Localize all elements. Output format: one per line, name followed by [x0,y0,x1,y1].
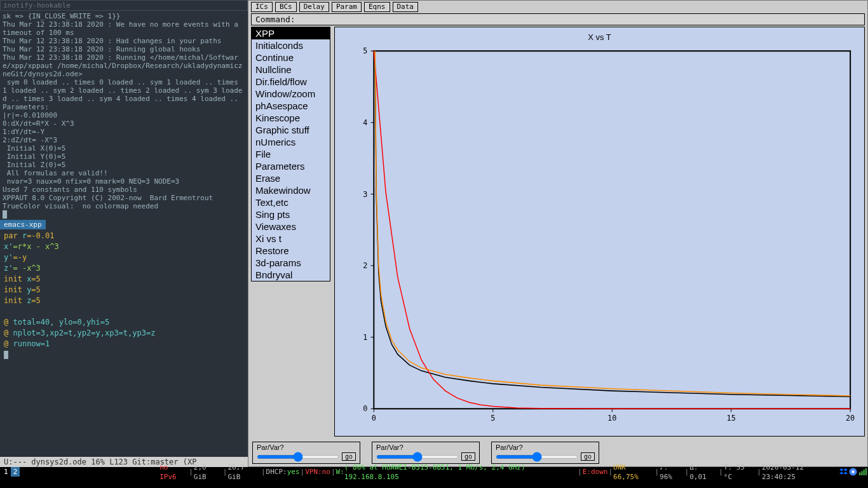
emacs-tab[interactable]: emacs-xpp [0,220,46,229]
svg-text:0: 0 [372,414,376,423]
status-vpn-value: no [322,467,330,477]
plot-title: X vs T [342,32,857,44]
status-wifi-value: ( 86% at HUAWEI-B315-6B51, 1 Mb/s, 2,4 G… [344,463,577,482]
menu-parameters[interactable]: Parameters [252,160,330,172]
menu-initialconds[interactable]: Initialconds [252,39,330,51]
menu-phasespace[interactable]: phAsespace [252,100,330,112]
svg-text:4: 4 [363,118,367,127]
menu-xi-vs-t[interactable]: Xi vs t [252,233,330,245]
parvar-go-1[interactable]: go [461,452,475,461]
parvar-slider-2[interactable]: Par/Var?go [491,442,599,464]
parvar-go-0[interactable]: go [342,452,356,461]
chrome-icon[interactable] [849,468,857,476]
parvar-range-1[interactable] [376,455,459,459]
menu-file[interactable]: File [252,148,330,160]
svg-rect-0 [374,51,850,409]
parvar-slider-1[interactable]: Par/Var?go [372,442,480,464]
status-eth-value: down [591,467,608,477]
menu-graphic-stuff[interactable]: Graphic stuff [252,124,330,136]
menu-xpp[interactable]: XPP [252,27,330,39]
workspace-2[interactable]: 2 [11,467,20,477]
top-toolbar: ICsBCsDelayParamEqnsData [248,1,867,13]
toolbar-bcs[interactable]: BCs [275,2,297,12]
status-delta: Δ: 0,01 [689,463,718,482]
status-volume: ♪: 96% [660,463,684,482]
svg-point-24 [851,470,854,473]
status-unk: UNK 66,75% [613,463,654,482]
menu-text-etc[interactable]: Text,etc [252,196,330,208]
status-ipv6: no IPv6 [159,463,188,482]
status-eth-label: E: [583,467,591,477]
terminal-output: sk => {IN_CLOSE_WRITE => 1}}Thu Mar 12 2… [0,11,248,220]
status-vpn-label: VPN: [305,467,322,477]
svg-text:3: 3 [363,189,367,198]
menu-makewindow[interactable]: Makewindow [252,184,330,196]
dropbox-icon[interactable] [839,468,848,476]
menu-numerics[interactable]: nUmerics [252,136,330,148]
left-pane: inotify-hookable sk => {IN_CLOSE_WRITE =… [0,0,248,467]
menu-viewaxes[interactable]: Viewaxes [252,220,330,233]
svg-text:20: 20 [846,414,855,423]
svg-text:15: 15 [727,414,736,423]
command-label: Command: [251,13,865,25]
command-menu: XPPInitialcondsContinueNullclineDir.fiel… [251,27,330,281]
svg-text:5: 5 [491,414,495,423]
status-time: 2020-03-12 23:40:25 [762,463,839,482]
menu-restore[interactable]: Restore [252,245,330,257]
emacs-editor[interactable]: par r=-0.01x'=r*x - x^3y'=-yz'= -x^3init… [0,229,248,457]
status-dhcp-value: yes [287,467,300,477]
menu-erase[interactable]: Erase [252,172,330,184]
xpp-window: ICsBCsDelayParamEqnsData Command: XPPIni… [248,0,868,467]
menu-window-zoom[interactable]: Window/zoom [252,88,330,100]
status-dhcp-label: DHCP: [266,467,287,477]
wifi-icon[interactable] [858,468,867,476]
menu-kinescope[interactable]: Kinescope [252,112,330,124]
status-bar: 1 2 no IPv6 | 2,0 GiB | 26,7 GiB | DHCP:… [0,467,868,477]
svg-text:0: 0 [363,404,367,413]
terminal-title: inotify-hookable [0,0,248,11]
menu-nullcline[interactable]: Nullcline [252,64,330,76]
parvar-range-0[interactable] [257,455,339,459]
plot-canvas[interactable]: 05101520012345 [342,44,857,428]
status-disk: 26,7 GiB [227,463,260,482]
toolbar-eqns[interactable]: Eqns [364,2,390,12]
menu-3d-params[interactable]: 3d-params [252,257,330,269]
toolbar-delay[interactable]: Delay [299,2,329,12]
svg-text:1: 1 [363,333,367,342]
parvar-slider-0[interactable]: Par/Var?go [252,442,360,464]
toolbar-ics[interactable]: ICs [251,2,273,12]
parvar-range-2[interactable] [496,455,578,459]
plot-panel[interactable]: X vs T 05101520012345 [334,27,865,437]
status-mem: 2,0 GiB [194,463,222,482]
svg-text:2: 2 [363,261,367,270]
status-temp: T: 55 °C [724,463,756,482]
svg-text:10: 10 [607,414,616,423]
svg-text:5: 5 [363,46,367,55]
toolbar-param[interactable]: Param [332,2,362,12]
parvar-go-2[interactable]: go [581,452,595,461]
workspace-1[interactable]: 1 [1,467,11,477]
menu-sing-pts[interactable]: Sing pts [252,208,330,220]
menu-bndryval[interactable]: Bndryval [252,269,330,281]
menu-continue[interactable]: Continue [252,51,330,64]
status-wifi-label: W: [336,467,344,477]
menu-dir-field-flow[interactable]: Dir.field/flow [252,76,330,88]
toolbar-data[interactable]: Data [393,2,419,12]
